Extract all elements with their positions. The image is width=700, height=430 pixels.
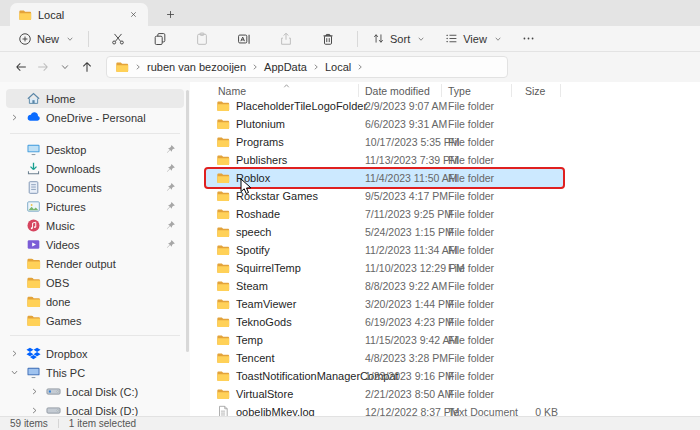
file-row[interactable]: SquirrelTemp 11/10/2023 12:29 PM File fo… <box>206 259 563 277</box>
chevron-right-icon[interactable] <box>251 63 259 71</box>
cut-button[interactable] <box>105 29 131 49</box>
sidebar-item-games[interactable]: Games <box>6 311 184 330</box>
file-type: File folder <box>448 370 494 382</box>
file-type: File folder <box>448 136 494 148</box>
sidebar-item-pictures[interactable]: Pictures <box>6 197 184 216</box>
text-file-icon <box>216 405 230 416</box>
sidebar-item-label: OBS <box>46 277 69 289</box>
sidebar-item-label: Games <box>46 315 81 327</box>
breadcrumb-appdata[interactable]: AppData <box>264 61 307 73</box>
up-button[interactable] <box>76 56 98 78</box>
file-date-modified: 11/15/2023 9:42 AM <box>365 334 458 346</box>
videos-icon <box>26 237 41 252</box>
sidebar-item-onedrive[interactable]: OneDrive - Personal <box>6 108 184 127</box>
desktop-icon <box>26 142 41 157</box>
column-header-date-modified[interactable]: Date modified <box>365 85 430 97</box>
file-row[interactable]: oobelibMkey.log 12/12/2022 8:37 PM Text … <box>206 403 563 416</box>
file-name: Temp <box>236 334 263 346</box>
sort-button[interactable]: Sort <box>366 29 431 48</box>
tab-bar: Local <box>0 0 700 26</box>
address-bar-row: ruben van bezooijen AppData Local <box>0 52 700 82</box>
file-row[interactable]: Tencent 4/8/2023 3:28 PM File folder <box>206 349 563 367</box>
file-row[interactable]: Spotify 11/2/2023 11:34 AM File folder <box>206 241 563 259</box>
file-row[interactable]: Programs 10/17/2023 5:35 PM File folder <box>206 133 563 151</box>
view-button[interactable]: View <box>439 29 508 48</box>
copy-button[interactable] <box>147 29 173 49</box>
delete-button[interactable] <box>315 29 341 49</box>
sidebar-item-render-output[interactable]: Render output <box>6 254 184 273</box>
file-row[interactable]: Roblox 11/4/2023 11:50 AM File folder <box>206 169 563 187</box>
share-icon <box>279 32 293 46</box>
file-row[interactable]: Roshade 7/11/2023 9:25 PM File folder <box>206 205 563 223</box>
folder-icon <box>216 243 230 257</box>
file-row[interactable]: Plutonium 6/6/2023 9:31 AM File folder <box>206 115 563 133</box>
sidebar-item-downloads[interactable]: Downloads <box>6 159 184 178</box>
tab-close-button[interactable] <box>126 8 140 22</box>
trash-icon <box>321 32 335 46</box>
sidebar-item-desktop[interactable]: Desktop <box>6 140 184 159</box>
more-options-button[interactable] <box>516 29 541 48</box>
sidebar-item-dropbox[interactable]: Dropbox <box>6 344 184 363</box>
chevron-right-icon[interactable] <box>10 112 20 122</box>
breadcrumb-user[interactable]: ruben van bezooijen <box>147 61 246 73</box>
file-date-modified: 6/6/2023 9:31 AM <box>365 118 447 130</box>
file-date-modified: 6/19/2023 4:23 PM <box>365 316 454 328</box>
new-tab-button[interactable] <box>162 6 178 22</box>
paste-button[interactable] <box>189 29 215 49</box>
column-header-name[interactable]: Name <box>218 85 246 97</box>
share-button[interactable] <box>273 29 299 49</box>
sidebar-item-local-disk-d[interactable]: Local Disk (D:) <box>26 401 184 416</box>
rename-button[interactable] <box>231 29 257 49</box>
file-row[interactable]: Steam 8/8/2023 9:22 AM File folder <box>206 277 563 295</box>
sidebar-item-documents[interactable]: Documents <box>6 178 184 197</box>
chevron-right-icon[interactable] <box>30 405 40 415</box>
new-button[interactable]: New <box>12 29 80 49</box>
file-row[interactable]: TeamViewer 3/20/2023 1:44 PM File folder <box>206 295 563 313</box>
column-header-type[interactable]: Type <box>448 85 471 97</box>
file-date-modified: 4/8/2023 3:28 PM <box>365 352 448 364</box>
sidebar-item-local-disk-c[interactable]: Local Disk (C:) <box>26 382 184 401</box>
file-row[interactable]: speech 5/24/2023 1:15 PM File folder <box>206 223 563 241</box>
file-row[interactable]: VirtualStore 2/21/2023 8:50 AM File fold… <box>206 385 563 403</box>
file-row[interactable]: TeknoGods 6/19/2023 4:23 PM File folder <box>206 313 563 331</box>
sidebar-item-videos[interactable]: Videos <box>6 235 184 254</box>
column-header-size[interactable]: Size <box>525 85 545 97</box>
recent-locations-button[interactable] <box>54 56 76 78</box>
file-row[interactable]: ToastNotificationManagerCompat 1/23/2023… <box>206 367 563 385</box>
file-name: PlaceholderTileLogoFolder <box>236 100 367 112</box>
folder-icon <box>216 225 230 239</box>
explorer-tab[interactable]: Local <box>10 3 148 26</box>
file-row[interactable]: Temp 11/15/2023 9:42 AM File folder <box>206 331 563 349</box>
sidebar-item-label: Local Disk (D:) <box>66 405 138 417</box>
sidebar-item-done[interactable]: done <box>6 292 184 311</box>
tab-title: Local <box>38 9 64 21</box>
sidebar-item-this-pc[interactable]: This PC <box>6 363 184 382</box>
file-date-modified: 1/23/2023 9:16 PM <box>365 370 454 382</box>
sidebar-scrollbar[interactable] <box>186 90 189 352</box>
chevron-right-icon[interactable] <box>10 348 20 358</box>
folder-icon <box>216 135 230 149</box>
plus-circle-icon <box>18 32 32 46</box>
chevron-right-icon[interactable] <box>30 386 40 396</box>
chevron-right-icon[interactable] <box>312 63 320 71</box>
chevron-right-icon[interactable] <box>356 63 364 71</box>
view-list-icon <box>445 32 458 45</box>
breadcrumb-bar[interactable]: ruben van bezooijen AppData Local <box>106 56 508 78</box>
pin-icon <box>165 144 176 155</box>
folder-icon <box>216 369 230 383</box>
file-row[interactable]: Publishers 11/13/2023 7:39 PM File folde… <box>206 151 563 169</box>
file-name: Spotify <box>236 244 270 256</box>
file-row[interactable]: PlaceholderTileLogoFolder 2/9/2023 9:07 … <box>206 97 563 115</box>
sidebar-item-obs[interactable]: OBS <box>6 273 184 292</box>
forward-button[interactable] <box>32 56 54 78</box>
file-row[interactable]: Rockstar Games 9/5/2023 4:17 PM File fol… <box>206 187 563 205</box>
back-button[interactable] <box>10 56 32 78</box>
sidebar-item-music[interactable]: Music <box>6 216 184 235</box>
chevron-down-icon <box>60 62 70 72</box>
folder-icon <box>26 294 41 309</box>
toolbar-divider <box>357 31 358 47</box>
sidebar-item-home[interactable]: Home <box>6 89 184 108</box>
chevron-down-icon[interactable] <box>10 367 20 377</box>
breadcrumb-local[interactable]: Local <box>325 61 351 73</box>
file-type: File folder <box>448 208 494 220</box>
